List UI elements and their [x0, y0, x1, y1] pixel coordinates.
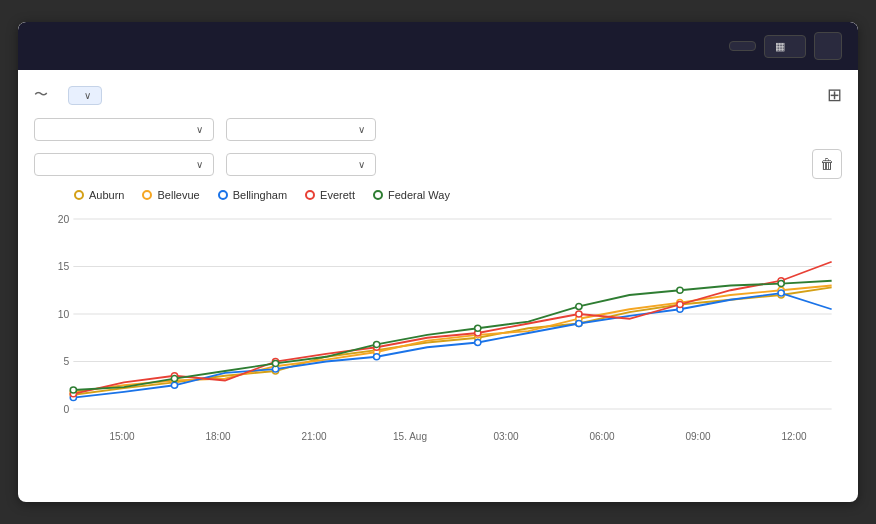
svg-point-48 [677, 287, 683, 293]
x-axis-label: 12:00 [746, 431, 842, 442]
legend-item-bellevue: Bellevue [142, 189, 199, 201]
field3-chevron: ∨ [196, 159, 203, 170]
legend-item-bellingham: Bellingham [218, 189, 287, 201]
delete-button[interactable]: 🗑 [812, 149, 842, 179]
svg-point-27 [171, 382, 177, 388]
x-axis-label: 03:00 [458, 431, 554, 442]
x-axis-label: 21:00 [266, 431, 362, 442]
x-axis: 15:0018:0021:0015. Aug03:0006:0009:0012:… [34, 429, 842, 442]
legend-label: Everett [320, 189, 355, 201]
field1-chevron: ∨ [196, 124, 203, 135]
svg-point-47 [576, 303, 582, 309]
svg-text:0: 0 [63, 404, 69, 415]
chart-legend: AuburnBellevueBellinghamEverettFederal W… [34, 189, 842, 201]
legend-label: Bellevue [157, 189, 199, 201]
time-range-button[interactable]: ▦ [764, 35, 806, 58]
pause-button[interactable] [814, 32, 842, 60]
select-row: 〜 ∨ ⊞ [34, 84, 842, 106]
field4-chevron: ∨ [358, 159, 365, 170]
settings-icon[interactable]: ⊞ [827, 84, 842, 106]
main-card: ▦ 〜 ∨ ⊞ ∨ [18, 22, 858, 502]
svg-point-46 [475, 325, 481, 331]
svg-point-39 [576, 311, 582, 317]
legend-item-federal-way: Federal Way [373, 189, 450, 201]
field2-chevron: ∨ [358, 124, 365, 135]
svg-text:10: 10 [58, 309, 70, 320]
calendar-icon: ▦ [775, 40, 785, 53]
svg-point-45 [374, 341, 380, 347]
dropdowns-row-2: ∨ ∨ 🗑 [34, 149, 842, 179]
card-body: 〜 ∨ ⊞ ∨ ∨ ∨ [18, 70, 858, 456]
card-header: ▦ [18, 22, 858, 70]
x-axis-label: 18:00 [170, 431, 266, 442]
svg-point-31 [576, 321, 582, 327]
chart-container: 05101520 [34, 209, 842, 429]
x-axis-label: 15. Aug [362, 431, 458, 442]
svg-point-42 [70, 387, 76, 393]
svg-point-29 [374, 354, 380, 360]
svg-point-49 [778, 281, 784, 287]
svg-point-30 [475, 340, 481, 346]
dropdowns-row-1: ∨ ∨ [34, 118, 842, 141]
delete-icon: 🗑 [820, 156, 834, 172]
field4-dropdown[interactable]: ∨ [226, 153, 376, 176]
svg-point-44 [272, 360, 278, 366]
legend-item-auburn: Auburn [74, 189, 124, 201]
hours-in-transit-tag[interactable]: ∨ [68, 86, 102, 105]
legend-label: Federal Way [388, 189, 450, 201]
header-controls: ▦ [729, 32, 842, 60]
svg-text:15: 15 [58, 262, 70, 273]
field1-dropdown[interactable]: ∨ [34, 118, 214, 141]
ids-filter-button[interactable] [729, 41, 756, 51]
field2-dropdown[interactable]: ∨ [226, 118, 376, 141]
x-axis-label: 06:00 [554, 431, 650, 442]
svg-point-33 [778, 290, 784, 296]
legend-label: Bellingham [233, 189, 287, 201]
line-chart: 05101520 [34, 209, 842, 429]
x-axis-label: 09:00 [650, 431, 746, 442]
svg-text:5: 5 [63, 357, 69, 368]
svg-point-40 [677, 302, 683, 308]
svg-text:20: 20 [58, 214, 70, 225]
wave-icon: 〜 [34, 86, 48, 104]
chart-area: AuburnBellevueBellinghamEverettFederal W… [34, 189, 842, 442]
tag-chevron: ∨ [84, 90, 91, 101]
legend-item-everett: Everett [305, 189, 355, 201]
x-axis-label: 15:00 [74, 431, 170, 442]
svg-point-43 [171, 376, 177, 382]
legend-label: Auburn [89, 189, 124, 201]
field3-dropdown[interactable]: ∨ [34, 153, 214, 176]
